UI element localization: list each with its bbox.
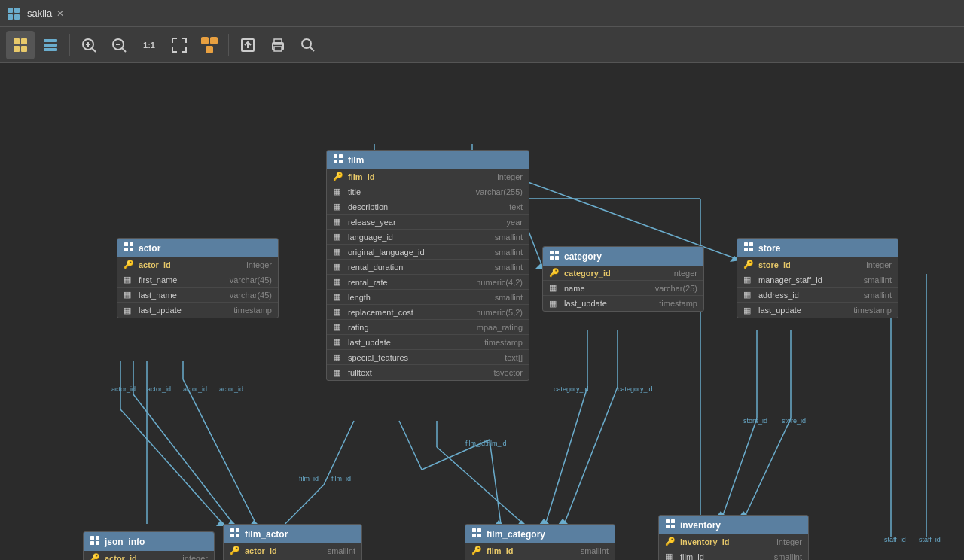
svg-rect-2 [8, 14, 13, 20]
table-film-actor[interactable]: film_actor 🔑 actor_id smallint 🔑 film_id… [223, 524, 362, 560]
export-button[interactable] [233, 31, 262, 59]
toolbar-separator-1 [69, 34, 70, 56]
svg-rect-19 [211, 38, 217, 44]
col-manager-staff-id[interactable]: ▦ manager_staff_id smallint [737, 272, 898, 288]
table-json-info-header: json_info [84, 532, 214, 551]
svg-rect-99 [671, 525, 675, 528]
svg-rect-0 [8, 8, 13, 13]
table-film[interactable]: film 🔑 film_id integer ▦ title varchar(2… [326, 150, 529, 381]
svg-line-56 [546, 387, 587, 522]
col-fa-actor-id[interactable]: 🔑 actor_id smallint [224, 543, 362, 558]
svg-rect-92 [472, 528, 476, 532]
col-inv-film-id[interactable]: ▦ film_id smallint [659, 549, 808, 560]
col-category-id[interactable]: 🔑 category_id integer [543, 266, 703, 281]
col-special-features[interactable]: ▦ special_features text[] [327, 350, 529, 365]
er-diagram-canvas[interactable]: actor_id actor_id actor_id actor_id film… [0, 63, 964, 560]
svg-rect-10 [44, 48, 57, 51]
col-rental-duration[interactable]: ▦ rental_duration smallint [327, 260, 529, 275]
table-film-title: film [348, 155, 364, 166]
svg-rect-20 [206, 47, 212, 53]
svg-rect-18 [202, 38, 208, 44]
svg-rect-81 [555, 251, 559, 254]
svg-line-27 [310, 47, 314, 51]
col-replacement-cost[interactable]: ▦ replacement_cost numeric(5,2) [327, 305, 529, 320]
fit-button[interactable] [165, 31, 194, 59]
zoom-out-button[interactable] [105, 31, 133, 59]
table-category[interactable]: category 🔑 category_id integer ▦ name va… [542, 246, 704, 312]
svg-rect-79 [130, 248, 133, 251]
view-list-button[interactable] [36, 31, 65, 59]
svg-rect-75 [339, 160, 343, 163]
col-film-last-update[interactable]: ▦ last_update timestamp [327, 335, 529, 350]
col-rating[interactable]: ▦ rating mpaa_rating [327, 320, 529, 335]
col-film-id[interactable]: 🔑 film_id integer [327, 169, 529, 184]
col-rental-rate[interactable]: ▦ rental_rate numeric(4,2) [327, 275, 529, 290]
svg-rect-98 [666, 525, 670, 528]
rel-label-staff-id-2: staff_id [919, 536, 941, 543]
col-inventory-id[interactable]: 🔑 inventory_id integer [659, 534, 808, 549]
col-store-last-update[interactable]: ▦ last_update timestamp [737, 303, 898, 318]
col-actor-id[interactable]: 🔑 actor_id integer [117, 257, 278, 272]
col-title[interactable]: ▦ title varchar(255) [327, 184, 529, 199]
col-fc-film-id[interactable]: 🔑 film_id smallint [465, 543, 615, 558]
svg-line-48 [399, 421, 422, 470]
col-original-language-id[interactable]: ▦ original_language_id smallint [327, 245, 529, 260]
zoom-reset-button[interactable]: 1:1 [135, 31, 163, 59]
col-type-film-id: integer [497, 172, 523, 181]
svg-rect-102 [90, 541, 94, 545]
svg-rect-7 [21, 46, 27, 52]
toolbar-separator-2 [228, 34, 229, 56]
json-info-table-icon [90, 535, 100, 548]
actor-table-icon [124, 242, 134, 254]
svg-line-14 [92, 48, 96, 52]
svg-rect-72 [334, 154, 337, 158]
search-button[interactable] [294, 31, 322, 59]
col-description[interactable]: ▦ description text [327, 199, 529, 215]
table-actor[interactable]: actor 🔑 actor_id integer ▦ first_name va… [117, 238, 279, 318]
col-category-last-update[interactable]: ▦ last_update timestamp [543, 296, 703, 311]
inventory-table-icon [665, 519, 676, 531]
rel-label-actor-id-1: actor_id [111, 385, 136, 393]
print-button[interactable] [264, 31, 292, 59]
svg-rect-77 [130, 242, 133, 246]
col-actor-last-update[interactable]: ▦ last_update timestamp [117, 303, 278, 318]
svg-rect-100 [90, 536, 94, 540]
store-table-icon [743, 242, 754, 254]
col-language-id[interactable]: ▦ language_id smallint [327, 230, 529, 245]
svg-rect-4 [14, 38, 20, 44]
table-json-info[interactable]: json_info 🔑 actor_id integer ▦ info json [83, 531, 215, 560]
col-first-name[interactable]: ▦ first_name varchar(45) [117, 272, 278, 288]
col-last-name[interactable]: ▦ last_name varchar(45) [117, 288, 278, 303]
col-ji-actor-id[interactable]: 🔑 actor_id integer [84, 551, 214, 560]
close-button[interactable]: ✕ [56, 8, 64, 19]
title-bar-title: sakila [27, 8, 52, 19]
col-type-title: varchar(255) [476, 187, 523, 196]
table-store[interactable]: store 🔑 store_id integer ▦ manager_staff… [737, 238, 898, 318]
col-store-id[interactable]: 🔑 store_id integer [737, 257, 898, 272]
table-inventory-title: inventory [680, 520, 721, 531]
svg-line-43 [120, 409, 223, 524]
col-release-year[interactable]: ▦ release_year year [327, 215, 529, 230]
zoom-in-button[interactable] [75, 31, 103, 59]
svg-rect-73 [339, 154, 343, 158]
table-film-actor-header: film_actor [224, 525, 362, 543]
svg-rect-80 [550, 251, 554, 254]
view-grid-button[interactable] [6, 31, 35, 59]
rel-label-actor-id-3: actor_id [183, 385, 207, 393]
svg-rect-5 [21, 38, 27, 44]
table-inventory-header: inventory [659, 516, 808, 534]
col-fulltext[interactable]: ▦ fulltext tsvector [327, 365, 529, 380]
table-store-header: store [737, 239, 898, 257]
col-category-name[interactable]: ▦ name varchar(25) [543, 281, 703, 296]
col-store-address-id[interactable]: ▦ address_id smallint [737, 288, 898, 303]
col-length[interactable]: ▦ length smallint [327, 290, 529, 305]
auto-layout-button[interactable] [195, 31, 224, 59]
svg-line-65 [746, 418, 791, 515]
table-json-info-title: json_info [105, 537, 145, 547]
table-inventory[interactable]: inventory 🔑 inventory_id integer ▦ film_… [658, 515, 809, 560]
pk-icon-actor-id: 🔑 [124, 260, 136, 269]
pk-icon-film-id: 🔑 [333, 172, 345, 181]
category-table-icon [549, 250, 560, 263]
table-film-category[interactable]: film_category 🔑 film_id smallint 🔑 categ… [465, 524, 615, 560]
table-film-category-title: film_category [487, 529, 545, 540]
